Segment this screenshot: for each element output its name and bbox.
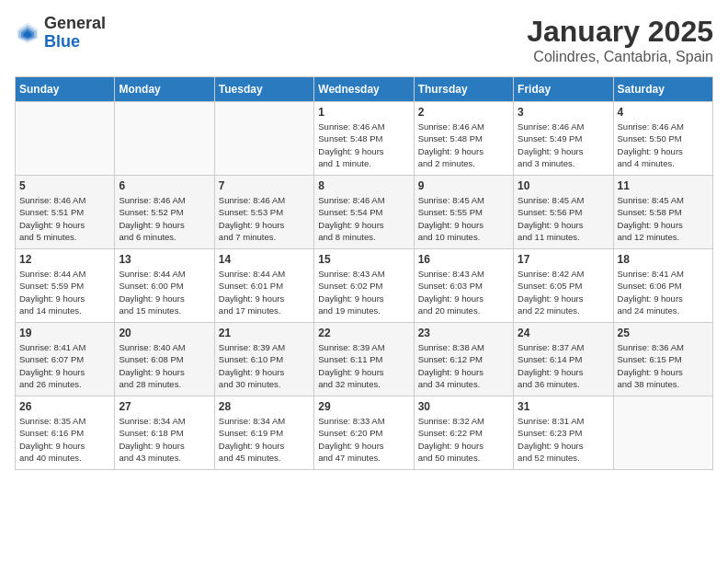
calendar-cell: 13Sunrise: 8:44 AM Sunset: 6:00 PM Dayli…	[115, 249, 214, 323]
day-info: Sunrise: 8:34 AM Sunset: 6:18 PM Dayligh…	[119, 415, 210, 464]
calendar-cell: 26Sunrise: 8:35 AM Sunset: 6:16 PM Dayli…	[16, 396, 115, 470]
calendar-cell: 7Sunrise: 8:46 AM Sunset: 5:53 PM Daylig…	[214, 176, 313, 249]
calendar-cell: 11Sunrise: 8:45 AM Sunset: 5:58 PM Dayli…	[613, 176, 712, 249]
calendar-cell: 15Sunrise: 8:43 AM Sunset: 6:02 PM Dayli…	[314, 249, 414, 323]
day-number: 12	[19, 253, 110, 266]
day-info: Sunrise: 8:41 AM Sunset: 6:07 PM Dayligh…	[19, 341, 110, 390]
day-number: 14	[219, 253, 310, 266]
day-info: Sunrise: 8:46 AM Sunset: 5:52 PM Dayligh…	[119, 194, 210, 243]
calendar-cell: 25Sunrise: 8:36 AM Sunset: 6:15 PM Dayli…	[613, 323, 712, 396]
calendar-cell: 23Sunrise: 8:38 AM Sunset: 6:12 PM Dayli…	[414, 323, 513, 396]
weekday-header-row: SundayMondayTuesdayWednesdayThursdayFrid…	[16, 77, 713, 102]
weekday-header-monday: Monday	[115, 77, 214, 102]
calendar-week-row: 1Sunrise: 8:46 AM Sunset: 5:48 PM Daylig…	[16, 102, 713, 176]
calendar-cell: 29Sunrise: 8:33 AM Sunset: 6:20 PM Dayli…	[314, 396, 414, 470]
weekday-header-wednesday: Wednesday	[314, 77, 414, 102]
location-title: Colindres, Cantabria, Spain	[527, 49, 713, 65]
calendar-table: SundayMondayTuesdayWednesdayThursdayFrid…	[15, 76, 713, 470]
day-info: Sunrise: 8:45 AM Sunset: 5:56 PM Dayligh…	[518, 194, 609, 243]
day-info: Sunrise: 8:32 AM Sunset: 6:22 PM Dayligh…	[418, 415, 509, 464]
day-info: Sunrise: 8:36 AM Sunset: 6:15 PM Dayligh…	[618, 341, 709, 390]
day-number: 9	[418, 179, 509, 192]
day-info: Sunrise: 8:35 AM Sunset: 6:16 PM Dayligh…	[19, 415, 110, 464]
day-info: Sunrise: 8:43 AM Sunset: 6:03 PM Dayligh…	[418, 268, 509, 316]
day-number: 26	[19, 400, 110, 413]
day-info: Sunrise: 8:45 AM Sunset: 5:58 PM Dayligh…	[618, 194, 709, 243]
calendar-cell: 6Sunrise: 8:46 AM Sunset: 5:52 PM Daylig…	[115, 176, 214, 249]
day-number: 23	[418, 327, 509, 339]
calendar-cell: 18Sunrise: 8:41 AM Sunset: 6:06 PM Dayli…	[613, 249, 712, 323]
calendar-cell: 24Sunrise: 8:37 AM Sunset: 6:14 PM Dayli…	[514, 323, 613, 396]
day-number: 13	[119, 253, 210, 266]
calendar-cell: 14Sunrise: 8:44 AM Sunset: 6:01 PM Dayli…	[214, 249, 313, 323]
day-number: 3	[518, 106, 609, 119]
calendar-cell: 10Sunrise: 8:45 AM Sunset: 5:56 PM Dayli…	[514, 176, 613, 249]
day-info: Sunrise: 8:39 AM Sunset: 6:11 PM Dayligh…	[318, 341, 409, 390]
calendar-cell	[16, 102, 115, 176]
day-number: 2	[418, 106, 509, 119]
day-number: 16	[418, 253, 509, 266]
calendar-cell: 12Sunrise: 8:44 AM Sunset: 5:59 PM Dayli…	[16, 249, 115, 323]
calendar-cell: 17Sunrise: 8:42 AM Sunset: 6:05 PM Dayli…	[514, 249, 613, 323]
day-number: 20	[119, 327, 210, 339]
day-info: Sunrise: 8:46 AM Sunset: 5:48 PM Dayligh…	[318, 121, 409, 169]
day-number: 22	[318, 327, 409, 339]
calendar-cell: 9Sunrise: 8:45 AM Sunset: 5:55 PM Daylig…	[414, 176, 513, 249]
calendar-cell: 2Sunrise: 8:46 AM Sunset: 5:48 PM Daylig…	[414, 102, 513, 176]
calendar-cell	[214, 102, 313, 176]
day-number: 8	[318, 179, 409, 192]
day-info: Sunrise: 8:46 AM Sunset: 5:53 PM Dayligh…	[219, 194, 310, 243]
calendar-week-row: 12Sunrise: 8:44 AM Sunset: 5:59 PM Dayli…	[16, 249, 713, 323]
day-number: 10	[518, 179, 609, 192]
logo-blue-text: Blue	[44, 33, 106, 52]
day-info: Sunrise: 8:34 AM Sunset: 6:19 PM Dayligh…	[219, 415, 310, 464]
calendar-cell: 19Sunrise: 8:41 AM Sunset: 6:07 PM Dayli…	[16, 323, 115, 396]
day-info: Sunrise: 8:46 AM Sunset: 5:50 PM Dayligh…	[618, 121, 709, 169]
day-number: 19	[19, 327, 110, 339]
day-info: Sunrise: 8:31 AM Sunset: 6:23 PM Dayligh…	[518, 415, 609, 464]
day-number: 31	[518, 400, 609, 413]
logo-general-text: General	[44, 15, 106, 33]
day-info: Sunrise: 8:42 AM Sunset: 6:05 PM Dayligh…	[518, 268, 609, 316]
day-number: 21	[219, 327, 310, 339]
title-block: January 2025 Colindres, Cantabria, Spain	[527, 15, 713, 65]
calendar-cell: 31Sunrise: 8:31 AM Sunset: 6:23 PM Dayli…	[514, 396, 613, 470]
day-info: Sunrise: 8:44 AM Sunset: 5:59 PM Dayligh…	[19, 268, 110, 316]
calendar-cell: 8Sunrise: 8:46 AM Sunset: 5:54 PM Daylig…	[314, 176, 414, 249]
day-number: 28	[219, 400, 310, 413]
calendar-cell: 4Sunrise: 8:46 AM Sunset: 5:50 PM Daylig…	[613, 102, 712, 176]
day-info: Sunrise: 8:44 AM Sunset: 6:01 PM Dayligh…	[219, 268, 310, 316]
calendar-week-row: 19Sunrise: 8:41 AM Sunset: 6:07 PM Dayli…	[16, 323, 713, 396]
day-number: 30	[418, 400, 509, 413]
logo: General Blue	[15, 15, 106, 52]
day-info: Sunrise: 8:33 AM Sunset: 6:20 PM Dayligh…	[318, 415, 409, 464]
logo-text: General Blue	[44, 15, 106, 52]
calendar-week-row: 26Sunrise: 8:35 AM Sunset: 6:16 PM Dayli…	[16, 396, 713, 470]
day-number: 7	[219, 179, 310, 192]
weekday-header-tuesday: Tuesday	[214, 77, 313, 102]
calendar-cell: 1Sunrise: 8:46 AM Sunset: 5:48 PM Daylig…	[314, 102, 414, 176]
day-info: Sunrise: 8:46 AM Sunset: 5:51 PM Dayligh…	[19, 194, 110, 243]
day-number: 27	[119, 400, 210, 413]
day-info: Sunrise: 8:43 AM Sunset: 6:02 PM Dayligh…	[318, 268, 409, 316]
calendar-cell: 30Sunrise: 8:32 AM Sunset: 6:22 PM Dayli…	[414, 396, 513, 470]
day-info: Sunrise: 8:46 AM Sunset: 5:48 PM Dayligh…	[418, 121, 509, 169]
page-header: General Blue January 2025 Colindres, Can…	[15, 15, 713, 65]
day-number: 15	[318, 253, 409, 266]
calendar-cell: 20Sunrise: 8:40 AM Sunset: 6:08 PM Dayli…	[115, 323, 214, 396]
day-number: 24	[518, 327, 609, 339]
day-info: Sunrise: 8:38 AM Sunset: 6:12 PM Dayligh…	[418, 341, 509, 390]
weekday-header-sunday: Sunday	[16, 77, 115, 102]
weekday-header-saturday: Saturday	[613, 77, 712, 102]
day-info: Sunrise: 8:46 AM Sunset: 5:54 PM Dayligh…	[318, 194, 409, 243]
calendar-cell: 28Sunrise: 8:34 AM Sunset: 6:19 PM Dayli…	[214, 396, 313, 470]
calendar-cell: 5Sunrise: 8:46 AM Sunset: 5:51 PM Daylig…	[16, 176, 115, 249]
day-number: 5	[19, 179, 110, 192]
day-number: 18	[618, 253, 709, 266]
logo-icon	[15, 20, 40, 46]
day-number: 25	[618, 327, 709, 339]
calendar-cell: 27Sunrise: 8:34 AM Sunset: 6:18 PM Dayli…	[115, 396, 214, 470]
day-number: 1	[318, 106, 409, 119]
day-number: 11	[618, 179, 709, 192]
calendar-cell	[115, 102, 214, 176]
